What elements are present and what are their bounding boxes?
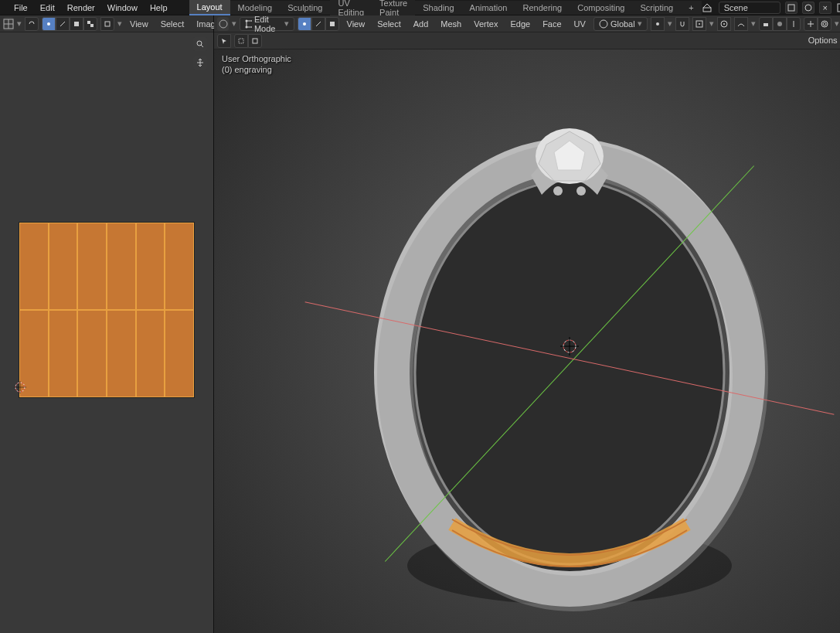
- viewport-menu-select[interactable]: Select: [372, 18, 406, 30]
- svg-line-7: [60, 22, 65, 26]
- viewlayer-icon: [836, 2, 840, 13]
- menu-edit[interactable]: Edit: [34, 2, 61, 14]
- uv-edge-select[interactable]: [56, 17, 70, 31]
- svg-rect-33: [763, 23, 768, 26]
- uv-viewport[interactable]: [0, 32, 213, 633]
- mesh-visibility-2[interactable]: [773, 17, 787, 31]
- scene-delete-btn[interactable]: ×: [819, 2, 831, 14]
- menu-render[interactable]: Render: [61, 2, 101, 14]
- svg-rect-45: [239, 39, 243, 43]
- workspace-layout[interactable]: Layout: [189, 0, 230, 15]
- workspace-shading[interactable]: Shading: [415, 1, 461, 15]
- viewport-menu-vertex[interactable]: Vertex: [469, 18, 502, 30]
- uv-zoom-tool[interactable]: [193, 37, 207, 51]
- viewport-menu-edge[interactable]: Edge: [505, 18, 535, 30]
- svg-point-57: [576, 186, 586, 196]
- mesh-visibility-3[interactable]: [787, 17, 801, 31]
- gizmo-toggle[interactable]: [804, 17, 818, 31]
- select-mode-edge[interactable]: [311, 17, 325, 31]
- scene-selector[interactable]: Scene: [719, 2, 780, 14]
- ring-mesh: [369, 71, 770, 612]
- scene-name: Scene: [724, 3, 748, 12]
- svg-rect-46: [253, 39, 257, 43]
- workspace-add[interactable]: +: [681, 1, 701, 15]
- uv-sync-btn[interactable]: [25, 17, 39, 31]
- viewport-header-sub: Options ▾ ⇄ X Y Z: [214, 32, 840, 49]
- mesh-visibility-1[interactable]: [759, 17, 773, 31]
- select-tool-tweak[interactable]: [234, 34, 248, 48]
- snap-toggle[interactable]: [675, 17, 689, 31]
- uv-vertex-select[interactable]: [42, 17, 56, 31]
- svg-point-34: [777, 22, 782, 26]
- svg-line-25: [316, 22, 321, 26]
- svg-point-32: [723, 23, 725, 25]
- uv-island-select[interactable]: [83, 17, 97, 31]
- editor-type-selector[interactable]: [3, 17, 14, 31]
- svg-point-56: [553, 186, 563, 196]
- top-menu-bar: File Edit Render Window Help Layout Mode…: [0, 0, 840, 15]
- svg-point-30: [699, 23, 700, 25]
- viewport-menu-uv[interactable]: UV: [570, 18, 590, 30]
- svg-point-37: [823, 22, 826, 26]
- tool-cursor[interactable]: [217, 34, 231, 48]
- uv-mesh[interactable]: [19, 222, 195, 398]
- uv-editor: ▾ ▾ View Select Image UV: [0, 15, 214, 633]
- mode-selector[interactable]: Edit Mode ▾: [240, 17, 294, 31]
- svg-point-36: [821, 21, 828, 27]
- viewport-overlay-text: User Orthographic (0) engraving: [222, 54, 291, 76]
- svg-rect-9: [87, 21, 90, 24]
- uv-menu-view[interactable]: View: [125, 18, 153, 30]
- viewport-menu-face[interactable]: Face: [538, 18, 566, 30]
- viewport-editor-type[interactable]: [217, 17, 229, 31]
- snap-type[interactable]: [692, 17, 706, 31]
- svg-point-52: [415, 181, 724, 564]
- overlay-toggle[interactable]: [818, 17, 831, 31]
- mode-label: Edit Mode: [254, 15, 282, 33]
- workspace-rendering[interactable]: Rendering: [515, 1, 570, 15]
- select-mode-vertex[interactable]: [298, 17, 311, 31]
- uv-pan-tool[interactable]: [193, 56, 207, 70]
- svg-rect-26: [330, 22, 335, 26]
- transform-orientation[interactable]: Global ▾: [593, 17, 648, 31]
- viewport-menu-add[interactable]: Add: [409, 18, 434, 30]
- svg-rect-11: [105, 22, 110, 26]
- uv-menu-select[interactable]: Select: [156, 18, 189, 30]
- svg-point-2: [805, 5, 811, 11]
- select-tool-box[interactable]: [248, 34, 262, 48]
- svg-point-18: [219, 20, 227, 28]
- workspace-modeling[interactable]: Modeling: [230, 1, 281, 15]
- orientation-label: Global: [610, 19, 635, 29]
- 3d-viewport: ▾ Edit Mode ▾ View Select Add Mesh Verte…: [214, 15, 840, 633]
- scene-icon: [702, 2, 712, 13]
- workspace-compositing[interactable]: Compositing: [570, 1, 632, 15]
- viewport-canvas[interactable]: User Orthographic (0) engraving: [214, 49, 840, 633]
- svg-point-28: [656, 22, 659, 26]
- svg-point-22: [246, 26, 248, 28]
- scene-browse-btn[interactable]: [785, 2, 797, 14]
- svg-rect-0: [703, 8, 711, 12]
- svg-rect-3: [838, 4, 840, 12]
- workspace-scripting[interactable]: Scripting: [632, 1, 681, 15]
- svg-rect-19: [247, 21, 252, 27]
- active-object-label: (0) engraving: [222, 65, 291, 74]
- menu-window[interactable]: Window: [101, 2, 144, 14]
- pivot-point[interactable]: [651, 17, 665, 31]
- svg-point-24: [303, 22, 306, 26]
- uv-sticky-select[interactable]: [100, 17, 114, 31]
- menu-file[interactable]: File: [8, 2, 34, 14]
- workspace-animation[interactable]: Animation: [462, 1, 515, 15]
- workspace-sculpting[interactable]: Sculpting: [280, 1, 330, 15]
- proportional-edit[interactable]: [717, 17, 731, 31]
- svg-rect-10: [90, 24, 94, 27]
- svg-point-27: [600, 20, 607, 28]
- uv-2d-cursor-icon[interactable]: [14, 381, 26, 393]
- options-dropdown[interactable]: Options ▾: [804, 34, 840, 47]
- menu-help[interactable]: Help: [144, 2, 174, 14]
- viewport-menu-mesh[interactable]: Mesh: [436, 18, 466, 30]
- svg-rect-1: [788, 5, 794, 11]
- select-mode-face[interactable]: [325, 17, 339, 31]
- scene-new-btn[interactable]: [802, 2, 814, 14]
- viewport-menu-view[interactable]: View: [342, 18, 370, 30]
- proportional-falloff[interactable]: [734, 17, 748, 31]
- uv-face-select[interactable]: [70, 17, 83, 31]
